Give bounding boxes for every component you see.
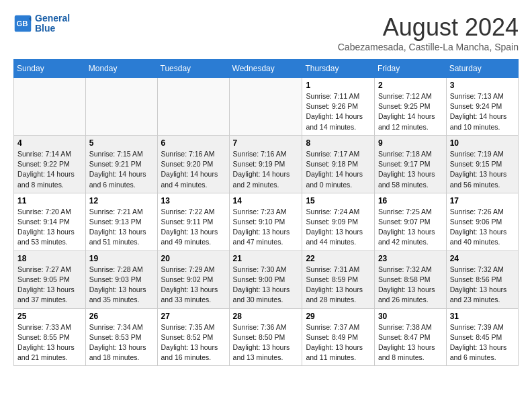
calendar-cell: 9Sunrise: 7:18 AM Sunset: 9:17 PM Daylig… (374, 135, 446, 193)
calendar-week-row: 4Sunrise: 7:14 AM Sunset: 9:22 PM Daylig… (14, 135, 519, 193)
calendar-table: SundayMondayTuesdayWednesdayThursdayFrid… (13, 59, 519, 366)
day-number: 25 (17, 312, 82, 321)
month-year-title: August 2024 (338, 13, 519, 42)
day-info: Sunrise: 7:36 AM Sunset: 8:50 PM Dayligh… (233, 322, 299, 363)
day-number: 13 (161, 196, 226, 205)
day-number: 24 (450, 254, 515, 263)
day-info: Sunrise: 7:37 AM Sunset: 8:49 PM Dayligh… (306, 322, 371, 363)
day-number: 7 (233, 138, 299, 148)
col-header-thursday: Thursday (302, 60, 375, 78)
calendar-cell (229, 78, 302, 136)
calendar-cell: 6Sunrise: 7:16 AM Sunset: 9:20 PM Daylig… (157, 135, 229, 193)
day-number: 12 (89, 196, 154, 205)
day-number: 17 (450, 196, 515, 205)
calendar-cell: 11Sunrise: 7:20 AM Sunset: 9:14 PM Dayli… (14, 193, 86, 250)
calendar-cell: 24Sunrise: 7:32 AM Sunset: 8:56 PM Dayli… (446, 250, 518, 308)
day-info: Sunrise: 7:18 AM Sunset: 9:17 PM Dayligh… (378, 149, 443, 190)
logo-line1: General (35, 13, 70, 24)
calendar-cell: 17Sunrise: 7:26 AM Sunset: 9:06 PM Dayli… (446, 193, 518, 250)
day-number: 8 (306, 138, 371, 148)
day-info: Sunrise: 7:32 AM Sunset: 8:58 PM Dayligh… (378, 265, 443, 306)
calendar-cell: 7Sunrise: 7:16 AM Sunset: 9:19 PM Daylig… (229, 135, 302, 193)
day-number: 16 (378, 196, 443, 205)
col-header-monday: Monday (85, 60, 157, 78)
day-info: Sunrise: 7:31 AM Sunset: 8:59 PM Dayligh… (306, 265, 371, 306)
calendar-cell: 15Sunrise: 7:24 AM Sunset: 9:09 PM Dayli… (302, 193, 375, 250)
calendar-cell: 22Sunrise: 7:31 AM Sunset: 8:59 PM Dayli… (302, 250, 375, 308)
day-number: 5 (89, 138, 154, 148)
day-number: 29 (306, 312, 371, 321)
day-info: Sunrise: 7:16 AM Sunset: 9:19 PM Dayligh… (233, 149, 299, 190)
logo-icon: GB (13, 14, 32, 33)
day-number: 18 (17, 254, 82, 263)
calendar-header-row: SundayMondayTuesdayWednesdayThursdayFrid… (14, 60, 519, 78)
day-info: Sunrise: 7:28 AM Sunset: 9:03 PM Dayligh… (89, 265, 154, 306)
calendar-cell: 13Sunrise: 7:22 AM Sunset: 9:11 PM Dayli… (157, 193, 229, 250)
calendar-cell: 12Sunrise: 7:21 AM Sunset: 9:13 PM Dayli… (85, 193, 157, 250)
title-block: August 2024 Cabezamesada, Castille-La Ma… (338, 13, 519, 52)
calendar-cell: 19Sunrise: 7:28 AM Sunset: 9:03 PM Dayli… (85, 250, 157, 308)
day-number: 9 (378, 138, 443, 148)
calendar-cell: 20Sunrise: 7:29 AM Sunset: 9:02 PM Dayli… (157, 250, 229, 308)
calendar-cell: 26Sunrise: 7:34 AM Sunset: 8:53 PM Dayli… (85, 308, 157, 366)
day-info: Sunrise: 7:38 AM Sunset: 8:47 PM Dayligh… (378, 322, 443, 363)
day-number: 30 (378, 312, 443, 321)
day-number: 23 (378, 254, 443, 263)
calendar-cell: 21Sunrise: 7:30 AM Sunset: 9:00 PM Dayli… (229, 250, 302, 308)
day-number: 27 (161, 312, 226, 321)
day-number: 19 (89, 254, 154, 263)
day-info: Sunrise: 7:22 AM Sunset: 9:11 PM Dayligh… (161, 207, 226, 248)
calendar-cell: 30Sunrise: 7:38 AM Sunset: 8:47 PM Dayli… (374, 308, 446, 366)
day-info: Sunrise: 7:23 AM Sunset: 9:10 PM Dayligh… (233, 207, 299, 248)
day-info: Sunrise: 7:30 AM Sunset: 9:00 PM Dayligh… (233, 265, 299, 306)
day-number: 1 (306, 81, 371, 90)
calendar-cell: 1Sunrise: 7:11 AM Sunset: 9:26 PM Daylig… (302, 78, 375, 136)
calendar-cell: 16Sunrise: 7:25 AM Sunset: 9:07 PM Dayli… (374, 193, 446, 250)
day-info: Sunrise: 7:27 AM Sunset: 9:05 PM Dayligh… (17, 265, 82, 306)
col-header-wednesday: Wednesday (229, 60, 302, 78)
calendar-cell (157, 78, 229, 136)
page-header: GB General Blue August 2024 Cabezamesada… (13, 13, 519, 52)
day-number: 22 (306, 254, 371, 263)
day-info: Sunrise: 7:17 AM Sunset: 9:18 PM Dayligh… (306, 149, 371, 190)
svg-text:GB: GB (16, 19, 28, 28)
calendar-cell: 25Sunrise: 7:33 AM Sunset: 8:55 PM Dayli… (14, 308, 86, 366)
day-info: Sunrise: 7:26 AM Sunset: 9:06 PM Dayligh… (450, 207, 515, 248)
day-number: 10 (450, 138, 515, 148)
calendar-cell (14, 78, 86, 136)
logo: GB General Blue (13, 13, 70, 34)
calendar-cell: 18Sunrise: 7:27 AM Sunset: 9:05 PM Dayli… (14, 250, 86, 308)
logo-line2: Blue (35, 24, 70, 34)
calendar-week-row: 11Sunrise: 7:20 AM Sunset: 9:14 PM Dayli… (14, 193, 519, 250)
col-header-tuesday: Tuesday (157, 60, 229, 78)
calendar-cell: 27Sunrise: 7:35 AM Sunset: 8:52 PM Dayli… (157, 308, 229, 366)
day-number: 4 (17, 138, 82, 148)
calendar-cell (85, 78, 157, 136)
day-info: Sunrise: 7:14 AM Sunset: 9:22 PM Dayligh… (17, 149, 82, 190)
calendar-cell: 5Sunrise: 7:15 AM Sunset: 9:21 PM Daylig… (85, 135, 157, 193)
col-header-friday: Friday (374, 60, 446, 78)
calendar-cell: 4Sunrise: 7:14 AM Sunset: 9:22 PM Daylig… (14, 135, 86, 193)
calendar-week-row: 25Sunrise: 7:33 AM Sunset: 8:55 PM Dayli… (14, 308, 519, 366)
day-number: 3 (450, 81, 515, 90)
day-info: Sunrise: 7:16 AM Sunset: 9:20 PM Dayligh… (161, 149, 226, 190)
day-number: 21 (233, 254, 299, 263)
day-number: 31 (450, 312, 515, 321)
calendar-week-row: 1Sunrise: 7:11 AM Sunset: 9:26 PM Daylig… (14, 78, 519, 136)
day-info: Sunrise: 7:11 AM Sunset: 9:26 PM Dayligh… (306, 91, 371, 132)
day-info: Sunrise: 7:32 AM Sunset: 8:56 PM Dayligh… (450, 265, 515, 306)
day-info: Sunrise: 7:33 AM Sunset: 8:55 PM Dayligh… (17, 322, 82, 363)
calendar-cell: 23Sunrise: 7:32 AM Sunset: 8:58 PM Dayli… (374, 250, 446, 308)
day-number: 15 (306, 196, 371, 205)
day-info: Sunrise: 7:24 AM Sunset: 9:09 PM Dayligh… (306, 207, 371, 248)
calendar-cell: 31Sunrise: 7:39 AM Sunset: 8:45 PM Dayli… (446, 308, 518, 366)
calendar-cell: 8Sunrise: 7:17 AM Sunset: 9:18 PM Daylig… (302, 135, 375, 193)
day-number: 20 (161, 254, 226, 263)
day-info: Sunrise: 7:13 AM Sunset: 9:24 PM Dayligh… (450, 91, 515, 132)
day-info: Sunrise: 7:25 AM Sunset: 9:07 PM Dayligh… (378, 207, 443, 248)
day-info: Sunrise: 7:34 AM Sunset: 8:53 PM Dayligh… (89, 322, 154, 363)
day-info: Sunrise: 7:12 AM Sunset: 9:25 PM Dayligh… (378, 91, 443, 132)
location-subtitle: Cabezamesada, Castille-La Mancha, Spain (338, 42, 519, 52)
day-number: 14 (233, 196, 299, 205)
calendar-cell: 10Sunrise: 7:19 AM Sunset: 9:15 PM Dayli… (446, 135, 518, 193)
